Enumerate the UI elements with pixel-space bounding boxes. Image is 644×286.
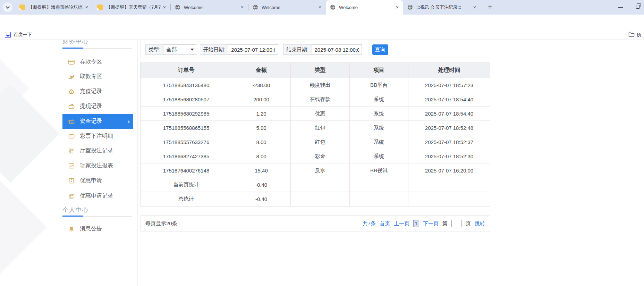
folder-icon[interactable] bbox=[628, 32, 635, 39]
end-date-input[interactable] bbox=[312, 44, 362, 55]
jump-page-input[interactable] bbox=[451, 220, 462, 227]
sidebar-section-finance-title: 财务中心 bbox=[62, 40, 89, 45]
browser-tab-3[interactable]: Welcome × bbox=[171, 0, 248, 15]
decorative-triangle bbox=[0, 85, 59, 183]
sidebar-item-player-bet-report[interactable]: 玩家投注报表 bbox=[62, 158, 133, 173]
hand-money-icon bbox=[68, 73, 75, 80]
table-row: 1751876400276148 15.40 反水 BB视讯 2025-07-0… bbox=[141, 163, 490, 178]
order-id-cell: 1751885843136480 bbox=[141, 78, 232, 92]
window-minimize-button[interactable] bbox=[618, 7, 623, 8]
sidebar-item-recharge-record[interactable]: ¥ 充值记录 bbox=[62, 84, 133, 99]
decorative-triangle bbox=[0, 181, 46, 274]
cash-stack-icon: ¥ bbox=[68, 118, 75, 125]
sidebar-item-announcements[interactable]: 消息公告 bbox=[62, 221, 133, 236]
table-row: 1751885568865155 5.00 红包 系统 2025-07-07 1… bbox=[141, 121, 490, 135]
coupon-icon: ¥ bbox=[68, 177, 75, 184]
amount-cell: 8.00 bbox=[232, 135, 291, 149]
order-id-cell: 1751885680292985 bbox=[141, 107, 232, 121]
close-icon[interactable]: × bbox=[394, 4, 400, 10]
table-row: 1751885843136480 -238.00 额度转出 BB平台 2025-… bbox=[141, 78, 490, 92]
type-cell: 优惠 bbox=[291, 107, 350, 121]
close-icon[interactable]: × bbox=[472, 4, 478, 10]
content-divider bbox=[137, 40, 138, 286]
time-cell: 2025-07-07 18:52:48 bbox=[408, 121, 490, 135]
all-bookmarks-label[interactable]: 所 bbox=[637, 32, 641, 38]
start-date-input[interactable] bbox=[228, 44, 278, 55]
list-icon bbox=[68, 148, 75, 154]
project-cell: 系统 bbox=[350, 149, 408, 163]
time-cell: 2025-07-07 18:54:40 bbox=[408, 107, 490, 121]
column-header: 类型 bbox=[291, 63, 350, 78]
project-cell: BB视讯 bbox=[350, 163, 408, 178]
next-page-link[interactable]: 下一页 bbox=[423, 220, 439, 227]
prev-page-link[interactable]: 上一页 bbox=[394, 220, 409, 227]
type-cell: 反水 bbox=[291, 163, 350, 178]
project-cell: 系统 bbox=[350, 92, 408, 107]
browser-tab-1[interactable]: 【新提醒】海燕策略论坛综 × bbox=[15, 0, 93, 15]
first-page-link[interactable]: 首页 bbox=[380, 220, 390, 227]
jump-button[interactable]: 跳转 bbox=[475, 220, 485, 227]
column-header: 处理时间 bbox=[408, 63, 490, 78]
project-cell: 系统 bbox=[350, 135, 408, 149]
chevron-down-icon bbox=[6, 5, 9, 8]
order-id-cell: 1751885557633276 bbox=[141, 135, 232, 149]
start-date-label: 开始日期: bbox=[200, 44, 228, 55]
browser-tab-6[interactable]: :::视讯 会员下注纪录::: × bbox=[403, 0, 481, 15]
tab-title: Welcome bbox=[184, 5, 239, 10]
pagination-bar: 每页显示20条 共7条 首页 上一页 1 下一页 第 页 跳转 bbox=[140, 215, 490, 232]
new-tab-button[interactable]: + bbox=[485, 2, 495, 12]
close-icon[interactable]: × bbox=[84, 4, 90, 10]
bank-card-icon bbox=[68, 59, 75, 66]
column-header: 项目 bbox=[350, 63, 408, 78]
browser-tab-2[interactable]: 【新提醒】天天竞猜（7月7 × bbox=[93, 0, 170, 15]
amount-cell: -238.00 bbox=[232, 78, 291, 92]
total-count-text: 共7条 bbox=[363, 220, 376, 227]
section-underline bbox=[62, 48, 132, 49]
column-header: 金额 bbox=[232, 63, 291, 78]
type-cell: 额度转出 bbox=[291, 78, 350, 92]
current-page-badge[interactable]: 1 bbox=[413, 220, 419, 227]
jump-suffix-label: 页 bbox=[466, 220, 471, 227]
browser-tab-4[interactable]: Welcome × bbox=[248, 0, 326, 15]
sidebar-item-profile-partial[interactable]: 个人资料 bbox=[62, 283, 133, 286]
sidebar-item-withdraw[interactable]: 取款专区 bbox=[62, 69, 133, 84]
sidebar-item-deposit[interactable]: 存款专区 bbox=[62, 54, 133, 69]
tab-search-button[interactable] bbox=[3, 2, 12, 12]
amount-cell: 8.00 bbox=[232, 149, 291, 163]
svg-text:¥: ¥ bbox=[71, 180, 72, 183]
order-id-cell: 1751885568865155 bbox=[141, 121, 232, 135]
jump-prefix-label: 第 bbox=[442, 220, 448, 227]
table-row: 1751866827427385 8.00 彩金 系统 2025-07-07 1… bbox=[141, 149, 490, 163]
browser-tab-5-active[interactable]: Welcome × bbox=[326, 0, 403, 15]
svg-text:¥: ¥ bbox=[71, 121, 73, 123]
summary-amount-cell: -0.40 bbox=[232, 178, 291, 192]
chevron-down-icon bbox=[190, 49, 194, 51]
sidebar-item-promo-apply-record[interactable]: 优惠申请记录 bbox=[62, 188, 133, 203]
funds-record-table: 订单号 金额 类型 项目 处理时间 1751885843136480 -238.… bbox=[140, 62, 490, 207]
svg-text:¥: ¥ bbox=[71, 91, 72, 93]
order-id-cell: 1751885680280507 bbox=[141, 92, 232, 107]
type-select[interactable]: 全部 bbox=[163, 44, 197, 55]
sidebar-item-funds-record[interactable]: ¥ 资金记录 › bbox=[62, 114, 133, 129]
sidebar-item-withdrawal-record[interactable]: 提现记录 bbox=[62, 99, 133, 114]
query-button[interactable]: 查询 bbox=[372, 44, 388, 55]
window-restore-button[interactable] bbox=[636, 5, 640, 9]
page-size-text: 每页显示20条 bbox=[145, 220, 177, 227]
sidebar-item-lottery-bet-detail[interactable]: 彩票下注明细 bbox=[62, 129, 133, 144]
bookmark-baidu[interactable]: 百度一下 bbox=[5, 32, 32, 38]
bookmarks-bar: 百度一下 所 bbox=[0, 31, 644, 40]
globe-favicon-icon bbox=[330, 5, 336, 10]
sidebar-item-promo-apply[interactable]: ¥ 优惠申请 bbox=[62, 173, 133, 188]
table-row: 1751885557633276 8.00 红包 系统 2025-07-07 1… bbox=[141, 135, 490, 149]
time-cell: 2025-07-07 16:20:00 bbox=[408, 163, 490, 178]
amount-cell: 5.00 bbox=[232, 121, 291, 135]
tab-title: :::视讯 会员下注纪录::: bbox=[416, 4, 472, 10]
close-icon[interactable]: × bbox=[317, 4, 323, 10]
summary-amount-cell: -0.40 bbox=[232, 192, 291, 206]
order-id-cell: 1751866827427385 bbox=[141, 149, 232, 163]
close-icon[interactable]: × bbox=[239, 4, 245, 10]
close-icon[interactable]: × bbox=[161, 4, 168, 10]
browser-tab-bar: 【新提醒】海燕策略论坛综 × 【新提醒】天天竞猜（7月7 × Welcome ×… bbox=[0, 0, 644, 15]
sidebar-item-hall-bet-record[interactable]: 厅室投注记录 bbox=[62, 143, 133, 158]
chevron-right-icon: › bbox=[128, 118, 130, 125]
